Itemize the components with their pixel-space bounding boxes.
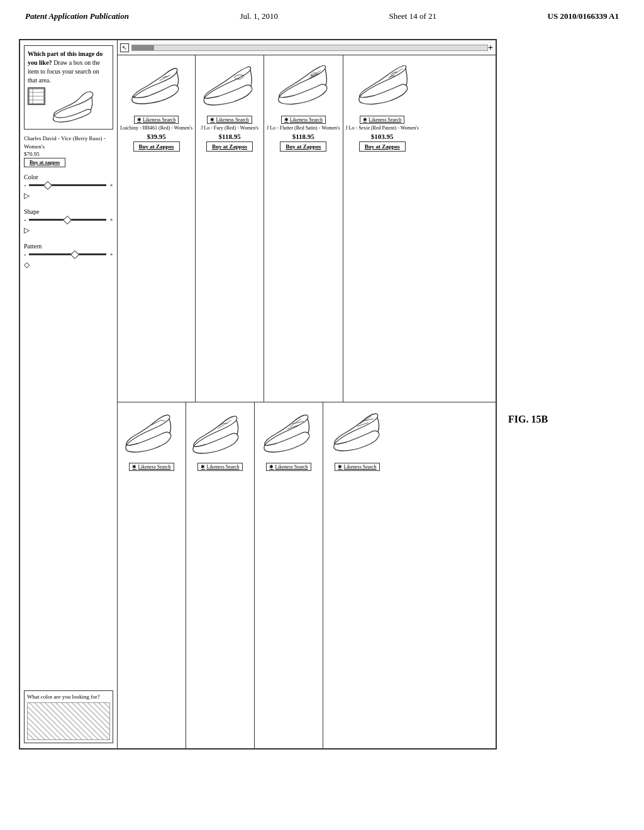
- color-slider-track[interactable]: [29, 184, 106, 186]
- figure-section: FIG. 15B: [508, 39, 548, 800]
- product-shoe-img-8: [326, 406, 389, 463]
- pattern-slider-container[interactable]: - +: [24, 251, 113, 258]
- query-image-area: [28, 87, 109, 125]
- shoe-svg-4: [351, 65, 414, 109]
- products-wrapper: ✱ Likeness Search Luichiny - HH461 (Red)…: [118, 55, 496, 748]
- star-icon-3: ✱: [284, 117, 289, 123]
- likeness-search-label-1: Likeness Search: [143, 117, 175, 123]
- color-slider-plus[interactable]: +: [109, 182, 113, 189]
- shape-slider-minus[interactable]: -: [24, 216, 26, 223]
- pattern-slider-label: Pattern: [24, 243, 113, 250]
- likeness-search-label-8: Likeness Search: [343, 464, 376, 470]
- query-product-price: $70.95: [24, 151, 40, 157]
- likeness-search-btn-5[interactable]: ✱ Likeness Search: [129, 463, 174, 471]
- results-area: ↖ +: [118, 40, 496, 748]
- top-nav-bar: ↖ +: [118, 40, 496, 55]
- shoe-svg-8: [326, 412, 389, 456]
- product-shoe-img-4: [346, 59, 419, 116]
- color-arrow: ▷: [24, 191, 113, 201]
- buy-btn-1[interactable]: Buy at Zappos: [133, 141, 180, 152]
- shape-slider-container[interactable]: - +: [24, 216, 113, 223]
- main-content: Which part of this image do you like? Dr…: [0, 26, 644, 806]
- sliders-area: Color - + ▷ Shape: [24, 174, 113, 685]
- likeness-search-btn-3[interactable]: ✱ Likeness Search: [281, 116, 326, 124]
- star-icon-1: ✱: [137, 117, 142, 123]
- publication-label: Patent Application Publication: [25, 11, 129, 21]
- shape-slider-label: Shape: [24, 208, 113, 215]
- star-icon-2: ✱: [210, 117, 214, 123]
- product-name-1: Luichiny - HH461 (Red) - Women's: [120, 125, 192, 131]
- pattern-slider-thumb[interactable]: [70, 250, 79, 259]
- likeness-search-btn-4[interactable]: ✱ Likeness Search: [360, 116, 404, 124]
- shape-arrow: ▷: [24, 226, 113, 235]
- likeness-search-btn-7[interactable]: ✱ Likeness Search: [266, 463, 311, 471]
- shape-slider-track[interactable]: [29, 219, 106, 221]
- color-swatch[interactable]: [27, 702, 110, 740]
- product-cell-3: ✱ Likeness Search J Lo - Flutter (Red Sa…: [264, 55, 343, 402]
- shoe-svg-2: [198, 65, 261, 109]
- buy-btn-4[interactable]: Buy at Zappos: [359, 141, 406, 152]
- color-slider-thumb[interactable]: [43, 181, 52, 190]
- product-shoe-img-2: [198, 59, 261, 116]
- page-header: Patent Application Publication Jul. 1, 2…: [0, 0, 644, 26]
- likeness-search-btn-6[interactable]: ✱ Likeness Search: [197, 463, 242, 471]
- color-slider-label: Color: [24, 174, 113, 180]
- product-name-2: J Lo - Fury (Red) - Women's: [201, 125, 258, 131]
- likeness-search-label-2: Likeness Search: [216, 117, 248, 123]
- pattern-slider-plus[interactable]: +: [109, 251, 113, 258]
- shoe-svg-7: [257, 412, 320, 456]
- color-slider-container[interactable]: - +: [24, 182, 113, 189]
- likeness-search-btn-1[interactable]: ✱ Likeness Search: [134, 116, 179, 124]
- product-cell-6: ✱ Likeness Search: [186, 402, 255, 749]
- star-icon-7: ✱: [269, 464, 274, 470]
- shape-slider-plus[interactable]: +: [109, 216, 113, 223]
- bottom-product-row: ✱ Likeness Search: [118, 402, 496, 749]
- pattern-arrow-icon: ◇: [24, 260, 30, 270]
- shape-slider-thumb[interactable]: [63, 216, 72, 224]
- what-color-box: What color are you looking for?: [24, 690, 113, 743]
- pattern-slider-minus[interactable]: -: [24, 251, 26, 258]
- product-cell-1: ✱ Likeness Search Luichiny - HH461 (Red)…: [118, 55, 196, 402]
- nav-scrollbar[interactable]: [131, 45, 488, 51]
- pattern-slider-track[interactable]: [29, 253, 106, 255]
- query-box: Which part of this image do you like? Dr…: [24, 45, 113, 130]
- patent-number: US 2010/0166339 A1: [548, 11, 619, 21]
- product-name-4: J Lo - Sexie (Red Patent) - Women's: [346, 125, 419, 131]
- query-product-name: Charles David - Vice (Berry Raso) - Wome…: [24, 135, 106, 150]
- what-color-label: What color are you looking for?: [27, 694, 110, 700]
- product-cell-5: ✱ Likeness Search: [118, 402, 186, 749]
- product-shoe-img-7: [257, 406, 320, 463]
- likeness-search-btn-8[interactable]: ✱ Likeness Search: [335, 463, 379, 471]
- shoe-svg-6: [189, 412, 252, 456]
- color-arrow-icon: ▷: [24, 191, 30, 201]
- product-shoe-img-1: [120, 59, 192, 116]
- shoe-svg-1: [125, 65, 188, 109]
- pattern-slider-row: Pattern - + ◇: [24, 243, 113, 270]
- query-product-info: Charles David - Vice (Berry Raso) - Wome…: [24, 135, 113, 166]
- likeness-search-label-6: Likeness Search: [206, 464, 239, 470]
- star-icon-8: ✱: [338, 464, 342, 470]
- product-price-4: $103.95: [371, 133, 394, 140]
- shape-arrow-icon: ▷: [24, 226, 30, 235]
- product-cell-4: ✱ Likeness Search J Lo - Sexie (Red Pate…: [343, 55, 421, 402]
- shoe-svg-5: [120, 412, 183, 456]
- product-shoe-img-3: [267, 59, 340, 116]
- product-shoe-img-5: [120, 406, 183, 463]
- nav-corner-icon: ↖: [120, 43, 129, 52]
- buy-btn-3[interactable]: Buy at Zappos: [280, 141, 326, 152]
- likeness-search-label-4: Likeness Search: [369, 117, 401, 123]
- likeness-search-btn-2[interactable]: ✱ Likeness Search: [207, 116, 252, 124]
- color-slider-minus[interactable]: -: [24, 182, 26, 189]
- product-price-3: $118.95: [292, 133, 314, 140]
- date-label: Jul. 1, 2010: [240, 11, 278, 21]
- nav-scrollbar-thumb[interactable]: [132, 45, 154, 50]
- product-shoe-img-6: [189, 406, 252, 463]
- buy-btn-2[interactable]: Buy at Zappos: [206, 141, 253, 152]
- product-price-1: $39.95: [147, 133, 165, 140]
- ui-panel: Which part of this image do you like? Dr…: [19, 39, 497, 750]
- sheet-label: Sheet 14 of 21: [389, 11, 436, 21]
- query-buy-button[interactable]: Buy at zappos: [24, 158, 65, 167]
- product-cell-2: ✱ Likeness Search J Lo - Fury (Red) - Wo…: [196, 55, 264, 402]
- likeness-search-label-7: Likeness Search: [275, 464, 308, 470]
- product-cell-7: ✱ Likeness Search: [255, 402, 323, 749]
